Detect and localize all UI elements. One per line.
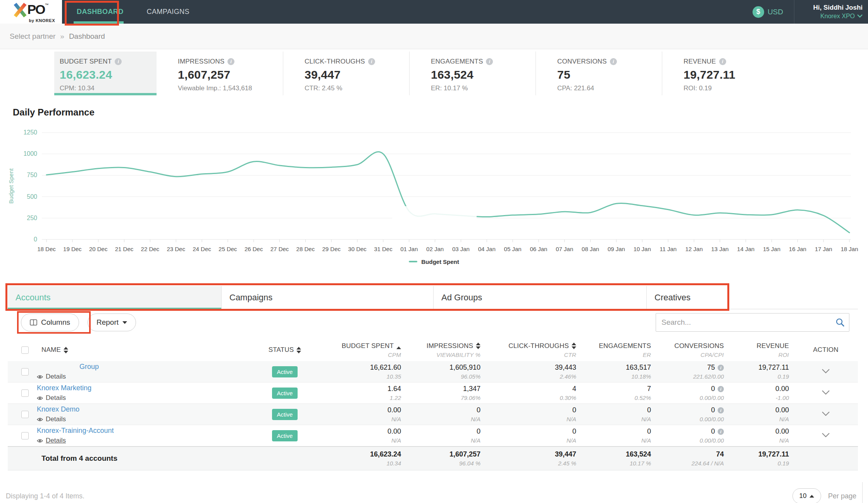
- chart-legend[interactable]: Budget Spent: [0, 257, 868, 267]
- details-link[interactable]: Details: [37, 394, 66, 402]
- column-header-label: NAME: [41, 346, 61, 354]
- metric-cell: 0N/A: [407, 406, 486, 422]
- report-button[interactable]: Report: [88, 314, 136, 331]
- column-header-conversions[interactable]: CONVERSIONSCPA/CPI: [657, 342, 730, 358]
- row-checkbox[interactable]: [21, 389, 29, 397]
- eye-icon: [37, 375, 43, 379]
- metric-cell: 0N/A: [582, 427, 657, 444]
- kpi-card-conversions[interactable]: CONVERSIONSi75CPA: 221.64: [536, 52, 662, 95]
- kpi-label-row: REVENUEi: [684, 58, 784, 65]
- user-greeting: Hi, Siddhi Joshi: [813, 3, 863, 12]
- column-header-status[interactable]: STATUS: [244, 346, 326, 354]
- details-link[interactable]: Details: [37, 373, 66, 381]
- metric-cell: 70.52%: [582, 385, 657, 401]
- nav-tab-dashboard-label: DASHBOARD: [77, 8, 124, 16]
- kpi-card-engagements[interactable]: ENGAGEMENTSi163,524ER: 10.17 %: [409, 52, 536, 95]
- metric-value: 1,347: [407, 385, 480, 393]
- kpi-card-click-throughs[interactable]: CLICK-THROUGHSi39,447CTR: 2.45 %: [283, 52, 409, 95]
- details-link[interactable]: Details: [37, 437, 66, 444]
- currency-code: USD: [768, 8, 783, 16]
- info-icon[interactable]: i: [610, 58, 617, 65]
- info-icon[interactable]: i: [718, 386, 724, 392]
- sort-asc-icon[interactable]: [396, 346, 401, 349]
- columns-button[interactable]: Columns: [21, 314, 79, 331]
- metric-sub-value: 79.06%: [407, 394, 480, 401]
- info-icon[interactable]: i: [718, 407, 724, 413]
- search-input[interactable]: [656, 313, 849, 332]
- nav-tab-dashboard[interactable]: DASHBOARD: [65, 0, 135, 24]
- account-name-link[interactable]: Knorex Marketing: [37, 384, 91, 392]
- kpi-card-impressions[interactable]: IMPRESSIONSi1,607,257Viewable Imp.: 1,54…: [157, 52, 283, 95]
- row-checkbox[interactable]: [21, 368, 29, 376]
- nav-tab-campaigns[interactable]: CAMPAIGNS: [135, 0, 201, 24]
- info-icon[interactable]: i: [719, 58, 726, 65]
- user-org[interactable]: Knorex XPO: [820, 12, 863, 20]
- row-checkbox[interactable]: [21, 432, 29, 439]
- user-menu[interactable]: Hi, Siddhi Joshi Knorex XPO: [794, 0, 868, 24]
- metric-cell: 0.00N/A: [326, 427, 407, 444]
- kpi-sub-metric: CPA: 221.64: [557, 84, 658, 92]
- info-icon[interactable]: i: [115, 58, 122, 65]
- account-name-link[interactable]: Knorex-Training-Account: [37, 427, 114, 435]
- x-axis-tick-label: 02 Jan: [426, 246, 444, 252]
- metric-sub-value: N/A: [486, 416, 576, 422]
- breadcrumb-select-partner[interactable]: Select partner: [10, 32, 55, 41]
- info-icon[interactable]: i: [718, 365, 724, 371]
- row-checkbox[interactable]: [21, 411, 29, 418]
- sort-icon[interactable]: [296, 347, 301, 353]
- select-all-checkbox[interactable]: [21, 346, 29, 354]
- search-icon[interactable]: [835, 318, 845, 327]
- sort-icon[interactable]: [64, 347, 68, 353]
- info-icon[interactable]: i: [718, 429, 724, 435]
- status-badge: Active: [272, 366, 298, 377]
- column-header-click-throughs[interactable]: CLICK-THROUGHSCTR: [486, 342, 582, 358]
- per-page-select[interactable]: 10: [792, 488, 821, 503]
- legend-line-swatch: [409, 261, 417, 262]
- sort-icon[interactable]: [572, 343, 576, 349]
- y-axis-tick-label: 1250: [23, 129, 37, 136]
- sort-icon[interactable]: [476, 343, 480, 349]
- totals-metric-cell: 16,623.2410.34: [326, 450, 407, 467]
- nav-tab-campaigns-label: CAMPAIGNS: [147, 8, 189, 16]
- tab-campaigns[interactable]: Campaigns: [221, 286, 433, 309]
- tab-ad-groups[interactable]: Ad Groups: [433, 286, 646, 309]
- row-expand-button[interactable]: [822, 389, 830, 396]
- column-header-name[interactable]: NAME: [37, 346, 244, 354]
- totals-metric-value: 163,524: [582, 450, 651, 458]
- tab-accounts[interactable]: Accounts: [8, 286, 221, 309]
- xpo-logo[interactable]: PO ™ by KNOREX: [0, 0, 62, 24]
- kpi-card-revenue[interactable]: REVENUEi19,727.11ROI: 0.19: [662, 52, 788, 95]
- row-expand-button[interactable]: [822, 411, 830, 418]
- row-expand-button[interactable]: [822, 368, 830, 375]
- totals-metric-value: 74: [657, 450, 724, 458]
- column-header-engagements[interactable]: ENGAGEMENTSER: [582, 342, 657, 358]
- expand-chevron-icon: [822, 411, 830, 416]
- column-header-impressions[interactable]: IMPRESSIONSVIEWABILITY %: [407, 342, 486, 358]
- active-tab-underline: [74, 21, 124, 24]
- info-icon[interactable]: i: [486, 58, 493, 65]
- expand-chevron-icon: [822, 432, 830, 438]
- totals-metric-sub-value: 224.64 / N/A: [657, 460, 724, 467]
- top-navbar: PO ™ by KNOREX DASHBOARD CAMPAIGNS $ USD…: [0, 0, 868, 24]
- column-header-label-line: BUDGET SPENT: [326, 342, 401, 350]
- account-name-link[interactable]: Knorex Demo: [37, 405, 79, 413]
- x-axis-tick-label: 30 Dec: [348, 246, 367, 252]
- column-header-revenue[interactable]: REVENUEROI: [730, 342, 795, 358]
- column-header-action[interactable]: ACTION: [795, 346, 857, 354]
- totals-metric-cell: 163,52410.17 %: [582, 450, 657, 467]
- x-axis-tick-label: 12 Jan: [685, 246, 703, 252]
- tab-creatives[interactable]: Creatives: [646, 286, 725, 309]
- status-badge: Active: [272, 430, 298, 441]
- row-expand-button[interactable]: [822, 432, 830, 439]
- metric-number: 0.00: [775, 385, 789, 393]
- info-icon[interactable]: i: [227, 58, 234, 65]
- details-link[interactable]: Details: [37, 415, 66, 423]
- x-axis-tick-label: 23 Dec: [167, 246, 185, 252]
- info-icon[interactable]: i: [368, 58, 375, 65]
- metric-number: 163,517: [626, 363, 651, 372]
- account-name-link[interactable]: Group: [79, 363, 99, 371]
- kpi-card-budget-spent[interactable]: BUDGET SPENTi16,623.24CPM: 10.34: [54, 52, 157, 95]
- currency-selector[interactable]: $ USD: [753, 0, 794, 24]
- column-header-label: ENGAGEMENTS: [599, 342, 651, 350]
- column-header-budget-spent[interactable]: BUDGET SPENTCPM: [326, 342, 407, 358]
